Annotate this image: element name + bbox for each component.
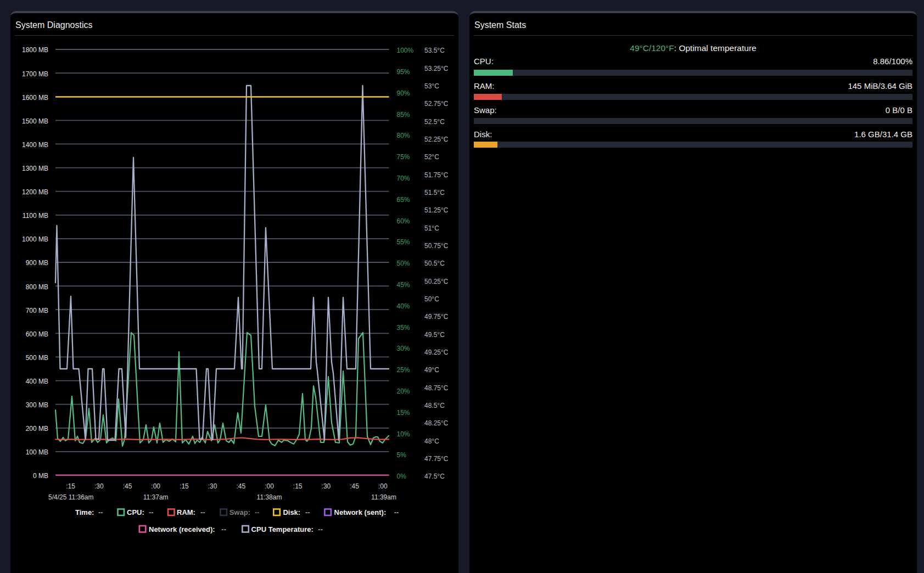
svg-text::15: :15: [293, 482, 303, 490]
svg-text:50%: 50%: [397, 260, 410, 267]
svg-text:--: --: [98, 508, 103, 516]
svg-text:400 MB: 400 MB: [26, 378, 48, 385]
svg-text:47.75°C: 47.75°C: [424, 455, 449, 463]
svg-text:Time:: Time:: [75, 508, 94, 516]
svg-text:51.25°C: 51.25°C: [424, 206, 449, 214]
svg-text:52.75°C: 52.75°C: [424, 100, 449, 108]
svg-text:48.5°C: 48.5°C: [424, 402, 445, 409]
svg-text:700 MB: 700 MB: [26, 307, 48, 314]
svg-text:11:37am: 11:37am: [143, 493, 169, 501]
svg-text:55%: 55%: [397, 238, 410, 246]
svg-text:95%: 95%: [397, 68, 410, 76]
svg-text:50°C: 50°C: [424, 295, 439, 303]
svg-text:53°C: 53°C: [424, 82, 439, 90]
svg-text:Disk:: Disk:: [283, 508, 300, 516]
svg-text:52°C: 52°C: [424, 153, 439, 161]
svg-text:51°C: 51°C: [424, 224, 439, 232]
svg-text:Network (received):: Network (received):: [149, 525, 215, 533]
svg-text:51.5°C: 51.5°C: [424, 189, 445, 196]
svg-text:--: --: [305, 508, 310, 516]
svg-text:800 MB: 800 MB: [26, 283, 48, 291]
svg-text:48°C: 48°C: [424, 437, 439, 445]
svg-text:52.25°C: 52.25°C: [424, 136, 449, 143]
svg-text:100%: 100%: [397, 47, 414, 54]
svg-text:47.5°C: 47.5°C: [424, 473, 445, 480]
svg-text:5/4/25 11:36am: 5/4/25 11:36am: [48, 493, 94, 501]
svg-text:53.5°C: 53.5°C: [424, 47, 445, 54]
svg-text:--: --: [149, 508, 154, 516]
svg-text::45: :45: [123, 482, 132, 490]
svg-text:1700 MB: 1700 MB: [22, 70, 48, 78]
svg-text:20%: 20%: [397, 387, 410, 395]
svg-text:90%: 90%: [397, 89, 410, 97]
svg-text:1400 MB: 1400 MB: [22, 141, 48, 149]
svg-text::00: :00: [265, 482, 274, 490]
svg-text:300 MB: 300 MB: [26, 401, 48, 409]
svg-text:900 MB: 900 MB: [26, 259, 48, 267]
svg-text:--: --: [255, 508, 260, 516]
svg-text:49.25°C: 49.25°C: [424, 349, 449, 356]
svg-text:100 MB: 100 MB: [26, 448, 48, 456]
svg-text:15%: 15%: [397, 409, 410, 417]
svg-text:600 MB: 600 MB: [26, 330, 48, 338]
svg-text:25%: 25%: [397, 366, 410, 374]
svg-text:1200 MB: 1200 MB: [22, 188, 48, 196]
svg-text:49°C: 49°C: [424, 366, 439, 374]
svg-text:5%: 5%: [397, 451, 407, 459]
svg-text::30: :30: [94, 482, 104, 490]
svg-text:30%: 30%: [397, 345, 410, 352]
svg-text:60%: 60%: [397, 217, 410, 225]
svg-text:0%: 0%: [397, 473, 407, 480]
svg-text:500 MB: 500 MB: [26, 354, 48, 362]
svg-text:--: --: [394, 508, 399, 516]
svg-text:10%: 10%: [397, 430, 410, 438]
svg-text:11:38am: 11:38am: [257, 493, 282, 501]
svg-text:35%: 35%: [397, 324, 410, 332]
svg-text:CPU:: CPU:: [127, 508, 144, 516]
svg-text:50.75°C: 50.75°C: [424, 242, 449, 250]
svg-text:53.25°C: 53.25°C: [424, 65, 449, 72]
svg-text:85%: 85%: [397, 111, 410, 119]
svg-text:Swap:: Swap:: [229, 508, 250, 516]
svg-text:70%: 70%: [397, 175, 410, 182]
svg-text:--: --: [200, 508, 205, 516]
svg-text::00: :00: [378, 482, 388, 490]
svg-text:49.5°C: 49.5°C: [424, 331, 445, 339]
svg-text::45: :45: [236, 482, 245, 490]
svg-text:1800 MB: 1800 MB: [22, 46, 48, 54]
svg-text:80%: 80%: [397, 132, 410, 139]
svg-text:1500 MB: 1500 MB: [22, 117, 48, 125]
svg-text:40%: 40%: [397, 302, 410, 310]
svg-text:49.75°C: 49.75°C: [424, 313, 449, 321]
svg-text:48.25°C: 48.25°C: [424, 419, 449, 427]
svg-text:RAM:: RAM:: [177, 508, 195, 516]
svg-text:--: --: [221, 525, 226, 533]
svg-text:52.5°C: 52.5°C: [424, 118, 445, 126]
svg-text:1000 MB: 1000 MB: [22, 235, 48, 243]
svg-text::30: :30: [322, 482, 331, 490]
svg-text:--: --: [318, 525, 323, 533]
svg-text:50.25°C: 50.25°C: [424, 278, 449, 285]
svg-text:Network (sent):: Network (sent):: [334, 508, 387, 516]
svg-text::30: :30: [208, 482, 217, 490]
svg-text:75%: 75%: [397, 153, 410, 161]
svg-text:0 MB: 0 MB: [33, 472, 48, 480]
svg-text:65%: 65%: [397, 196, 410, 204]
svg-text:51.75°C: 51.75°C: [424, 171, 449, 179]
svg-text::15: :15: [180, 482, 189, 490]
svg-text:11:39am: 11:39am: [371, 493, 396, 501]
svg-text:200 MB: 200 MB: [26, 425, 48, 432]
svg-text:50.5°C: 50.5°C: [424, 260, 445, 267]
svg-text:48.75°C: 48.75°C: [424, 384, 449, 392]
svg-text::15: :15: [66, 482, 75, 490]
svg-text:1600 MB: 1600 MB: [22, 94, 48, 102]
svg-text::00: :00: [151, 482, 160, 490]
svg-text:1100 MB: 1100 MB: [23, 212, 48, 220]
svg-text:45%: 45%: [397, 281, 410, 289]
svg-text::45: :45: [350, 482, 359, 490]
svg-text:1300 MB: 1300 MB: [22, 165, 48, 172]
svg-text:CPU Temperature:: CPU Temperature:: [251, 525, 313, 533]
